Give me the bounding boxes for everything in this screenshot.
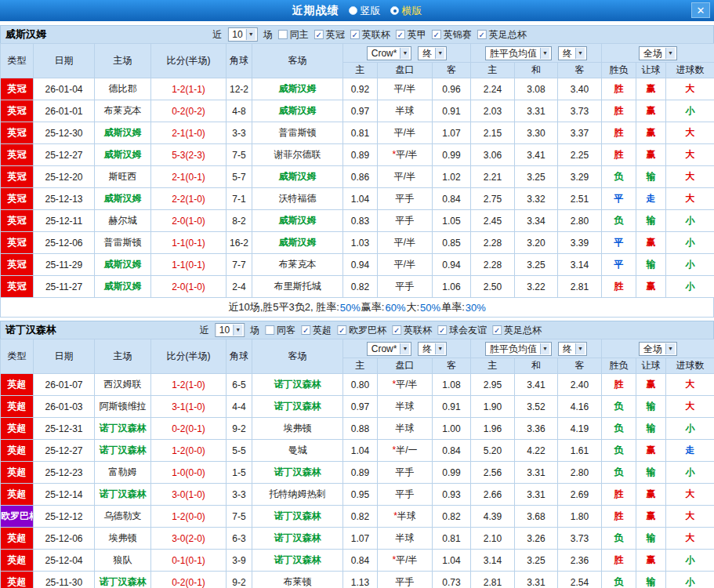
handicap-away-odds: 0.73 <box>433 572 471 588</box>
europe-time-select[interactable]: 终 <box>558 342 587 356</box>
league-checkbox[interactable]: 欧罗巴杯 <box>337 324 386 337</box>
result: 胜 <box>602 276 636 298</box>
radio-unchecked-icon[interactable] <box>349 6 357 15</box>
draw-odds: 3.68 <box>515 506 558 528</box>
summary-row: 近10场,胜5平3负2, 胜率:50% 赢率:60% 大:50% 单率:30% <box>0 298 714 318</box>
scope-select[interactable]: 全场 <box>639 46 677 60</box>
handicap-home-odds: 0.83 <box>343 210 378 232</box>
handicap-odds-controls: Crow* 终 <box>343 339 471 358</box>
radio-horizontal-label[interactable]: 横版 <box>402 4 422 18</box>
subcol-europe-away: 客 <box>558 63 602 78</box>
odds-controls-row: 类型 日期 主场 比分(半场) 角球 客场 Crow* 终 胜平负均值 <box>1 339 714 358</box>
lose-odds: 2.69 <box>558 484 602 506</box>
section-west-ham: 威斯汉姆 近 10 场 同主 英冠英联杯英甲英锦赛英足总杯 <box>0 25 714 318</box>
same-venue-checkbox[interactable]: 同客 <box>265 324 295 337</box>
close-button[interactable]: ✕ <box>691 2 710 18</box>
handicap-home-odds: 1.13 <box>343 572 378 588</box>
games-count-select[interactable]: 10 <box>227 27 257 42</box>
europe-time-select[interactable]: 终 <box>558 46 587 60</box>
radio-checked-icon[interactable] <box>390 6 399 15</box>
league-checkbox[interactable]: 英联杯 <box>350 28 390 42</box>
corners: 8-2 <box>227 210 252 232</box>
league-label: 球会友谊 <box>449 324 487 337</box>
handicap-result: 输 <box>636 418 666 440</box>
handicap-time-select[interactable]: 终 <box>418 342 447 356</box>
result: 胜 <box>602 374 636 396</box>
home-team: 赫尔城 <box>95 210 151 232</box>
europe-odds-select[interactable]: 胜平负均值 <box>485 342 552 356</box>
match-date: 25-11-29 <box>34 254 95 276</box>
checkbox-checked-icon <box>396 30 405 39</box>
radio-vertical-layout[interactable]: 竖版 <box>349 4 381 18</box>
league-checkbox[interactable]: 球会友谊 <box>437 324 487 337</box>
lose-odds: 3.39 <box>558 232 602 254</box>
handicap-home-odds: 0.82 <box>343 276 378 298</box>
matches-table: 类型 日期 主场 比分(半场) 角球 客场 Crow* 终 胜平负均值 <box>0 43 714 298</box>
match-date: 25-12-20 <box>34 166 95 188</box>
europe-odds-select[interactable]: 胜平负均值 <box>485 46 552 60</box>
league-label: 英足总杯 <box>504 324 542 337</box>
league-checkbox[interactable]: 英冠 <box>314 28 345 42</box>
match-date: 26-01-04 <box>34 78 95 100</box>
result: 负 <box>602 418 636 440</box>
games-count-select[interactable]: 10 <box>215 323 245 337</box>
score: 1-2(1-0) <box>151 374 227 396</box>
checkbox-unchecked-icon <box>265 325 274 335</box>
handicap-line: 半球 <box>378 100 433 122</box>
handicap-home-odds: 1.07 <box>343 528 378 550</box>
handicap-home-odds: 0.89 <box>343 462 378 484</box>
col-header-home: 主场 <box>95 44 151 78</box>
league-badge: 英冠 <box>1 254 34 276</box>
col-header-type: 类型 <box>1 339 34 374</box>
league-checkbox[interactable]: 英联杯 <box>392 324 432 337</box>
league-checkbox[interactable]: 英足总杯 <box>477 28 527 42</box>
win-odds: 4.39 <box>471 506 515 528</box>
score: 2-1(1-0) <box>151 122 227 144</box>
match-date: 25-12-31 <box>34 418 95 440</box>
near-label: 近 <box>200 324 209 337</box>
away-team: 沃特福德 <box>252 188 343 210</box>
same-venue-checkbox[interactable]: 同主 <box>278 28 309 42</box>
bookmaker-select[interactable]: Crow* <box>367 342 412 356</box>
radio-horizontal-layout[interactable]: 横版 <box>390 4 422 18</box>
result: 胜 <box>602 506 636 528</box>
draw-odds: 3.32 <box>515 188 558 210</box>
lose-odds: 2.51 <box>558 188 602 210</box>
league-label: 欧罗巴杯 <box>349 324 386 337</box>
subcol-europe-draw: 和 <box>515 358 558 374</box>
summary-text: 大: <box>406 300 419 314</box>
europe-odds-controls: 胜平负均值 终 <box>471 339 602 358</box>
radio-vertical-label[interactable]: 竖版 <box>361 4 381 18</box>
league-checkbox[interactable]: 英锦赛 <box>432 28 472 42</box>
draw-odds: 3.34 <box>515 210 558 232</box>
home-team: 西汉姆联 <box>95 374 151 396</box>
handicap-away-odds: 0.91 <box>433 100 471 122</box>
league-checkbox[interactable]: 英超 <box>301 324 332 337</box>
bookmaker-value: Crow* <box>371 48 397 59</box>
checkbox-checked-icon <box>350 30 360 39</box>
league-checkbox[interactable]: 英足总杯 <box>492 324 542 337</box>
match-date: 26-01-01 <box>34 100 95 122</box>
handicap-home-odds: 1.04 <box>343 440 378 462</box>
draw-odds: 3.25 <box>515 254 558 276</box>
handicap-away-odds: 1.08 <box>433 374 471 396</box>
scope-select[interactable]: 全场 <box>639 342 677 356</box>
same-venue-label: 同主 <box>290 28 309 42</box>
match-date: 25-12-06 <box>34 232 95 254</box>
score: 3-0(1-0) <box>151 484 227 506</box>
home-team: 诺丁汉森林 <box>95 484 151 506</box>
bookmaker-select[interactable]: Crow* <box>367 46 412 60</box>
score: 0-2(0-1) <box>151 418 227 440</box>
handicap-time-select[interactable]: 终 <box>418 46 447 60</box>
handicap-home-odds: 0.97 <box>343 100 378 122</box>
win-odds: 2.95 <box>471 374 515 396</box>
league-checkbox[interactable]: 英甲 <box>396 28 426 42</box>
away-team: 谢菲尔德联 <box>252 144 343 166</box>
score: 1-0(0-0) <box>151 462 227 484</box>
win-odds: 2.81 <box>471 572 515 588</box>
away-team: 布莱顿 <box>252 572 343 588</box>
league-filter-group: 英冠英联杯英甲英锦赛英足总杯 <box>314 28 527 42</box>
subcol-goals: 进球数 <box>666 358 714 374</box>
summary-text: 赢率: <box>361 300 385 314</box>
league-badge: 英冠 <box>1 122 34 144</box>
